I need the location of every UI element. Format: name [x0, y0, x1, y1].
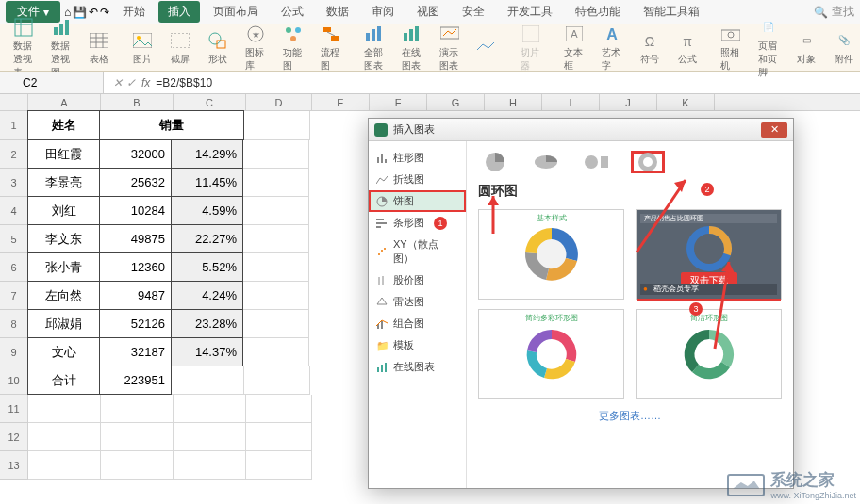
name-box[interactable]: C2: [0, 72, 104, 93]
table-cell[interactable]: 49875: [99, 224, 172, 253]
close-icon[interactable]: ✕: [761, 122, 787, 138]
search-box[interactable]: 🔍 查找: [814, 4, 854, 20]
table-total-label[interactable]: 合计: [27, 366, 100, 395]
table-cell[interactable]: 14.29%: [171, 139, 243, 169]
cancel-icon[interactable]: ✕: [113, 76, 123, 89]
tab-start[interactable]: 开始: [113, 1, 155, 23]
col-header[interactable]: D: [246, 94, 312, 110]
table-cell[interactable]: 邱淑娟: [27, 309, 100, 338]
table-cell[interactable]: 李文东: [27, 224, 100, 253]
cat-line[interactable]: 折线图: [369, 169, 466, 190]
ribbon-shapes[interactable]: 形状: [200, 28, 236, 68]
ribbon-camera[interactable]: 照相机: [713, 22, 749, 74]
ribbon-screenshot[interactable]: 截屏: [162, 28, 198, 68]
ribbon-object[interactable]: ▭对象: [788, 28, 824, 68]
col-header[interactable]: E: [312, 94, 370, 110]
tab-view[interactable]: 视图: [407, 1, 449, 23]
ribbon-textbox[interactable]: A文本框: [556, 22, 592, 74]
ribbon-picture[interactable]: 图片: [124, 28, 160, 68]
col-header[interactable]: F: [370, 94, 427, 110]
ribbon-header-footer[interactable]: 📄页眉和页脚: [751, 15, 786, 81]
tab-dev[interactable]: 开发工具: [498, 1, 562, 23]
ribbon-wordart[interactable]: A艺术字: [594, 22, 630, 74]
tab-security[interactable]: 安全: [453, 1, 494, 23]
subtype-doughnut[interactable]: [631, 151, 665, 173]
ribbon-online-charts[interactable]: 在线图表: [394, 22, 430, 74]
ribbon-smartart[interactable]: 功能图: [275, 22, 311, 74]
row-header[interactable]: 10: [0, 366, 28, 395]
row-header[interactable]: 2: [0, 140, 28, 169]
ribbon-pivot-table[interactable]: 数据透视表: [6, 15, 41, 81]
table-cell[interactable]: 刘红: [27, 196, 100, 225]
row-header[interactable]: 1: [0, 111, 28, 140]
row-header[interactable]: 12: [0, 423, 28, 451]
cat-combo[interactable]: 组合图: [369, 313, 466, 334]
subtype-pie[interactable]: [478, 151, 512, 173]
col-header[interactable]: G: [427, 94, 485, 110]
ribbon-table[interactable]: 表格: [81, 28, 117, 68]
cat-template[interactable]: 📁模板: [369, 334, 466, 356]
tab-smart[interactable]: 智能工具箱: [634, 1, 709, 23]
table-cell[interactable]: 文心: [27, 337, 100, 366]
tab-insert[interactable]: 插入: [158, 1, 200, 23]
table-cell[interactable]: 张小青: [27, 252, 100, 282]
table-cell[interactable]: 32187: [99, 337, 172, 366]
table-total-qty[interactable]: 223951: [99, 366, 172, 395]
table-cell[interactable]: 10284: [99, 196, 172, 225]
col-header[interactable]: K: [657, 94, 715, 110]
row-header[interactable]: 3: [0, 169, 28, 197]
undo-icon[interactable]: ↶: [89, 6, 98, 19]
table-cell[interactable]: 25632: [99, 168, 172, 197]
table-cell[interactable]: 23.28%: [171, 309, 243, 338]
tab-special[interactable]: 特色功能: [566, 1, 630, 23]
cat-online[interactable]: 在线图表: [369, 356, 466, 378]
empty-cell[interactable]: [172, 366, 244, 395]
dialog-titlebar[interactable]: 插入图表 ✕: [369, 119, 793, 141]
tab-formula[interactable]: 公式: [272, 1, 313, 23]
row-header[interactable]: 9: [0, 338, 28, 366]
col-header[interactable]: C: [174, 94, 246, 110]
accept-icon[interactable]: ✓: [126, 76, 136, 89]
formula-input[interactable]: =B2/$B$10: [156, 76, 212, 89]
table-cell[interactable]: 14.37%: [171, 337, 243, 366]
ribbon-flowchart[interactable]: 流程图: [313, 22, 349, 74]
tab-layout[interactable]: 页面布局: [204, 1, 268, 23]
cat-pie[interactable]: 饼图: [369, 190, 466, 212]
table-cell[interactable]: 田红霞: [27, 139, 100, 169]
row-header[interactable]: 4: [0, 197, 28, 225]
cat-scatter[interactable]: XY（散点图）: [369, 234, 466, 269]
table-cell[interactable]: 李景亮: [27, 168, 100, 197]
col-header[interactable]: H: [485, 94, 542, 110]
ribbon-presentation-charts[interactable]: 演示图表: [432, 22, 468, 74]
preview-multicolor-doughnut[interactable]: 简约多彩环形图: [478, 309, 624, 399]
ribbon-all-charts[interactable]: 全部图表: [356, 22, 392, 74]
cat-radar[interactable]: 雷达图: [369, 291, 466, 313]
preview-simple-doughnut[interactable]: 简洁环形图 3: [636, 309, 782, 399]
col-header[interactable]: I: [542, 94, 600, 110]
subtype-3d-pie[interactable]: [529, 151, 563, 173]
cat-bar[interactable]: 条形图1: [369, 212, 466, 234]
table-cell[interactable]: 52126: [99, 309, 172, 338]
row-header[interactable]: 5: [0, 225, 28, 253]
ribbon-attachment[interactable]: 📎附件: [826, 28, 860, 68]
table-cell[interactable]: 4.24%: [171, 281, 243, 310]
col-header[interactable]: B: [101, 94, 174, 110]
table-cell[interactable]: 5.52%: [171, 252, 243, 282]
ribbon-pivot-chart[interactable]: 数据透视图: [43, 15, 79, 81]
col-header[interactable]: J: [600, 94, 657, 110]
table-header-name[interactable]: 姓名: [27, 110, 100, 140]
subtype-bar-of-pie[interactable]: [580, 151, 614, 173]
table-cell[interactable]: 12360: [99, 252, 172, 282]
table-cell[interactable]: 9487: [99, 281, 172, 310]
fx-icon[interactable]: fx: [141, 76, 150, 89]
table-cell[interactable]: 11.45%: [171, 168, 243, 197]
preview-template-card[interactable]: 产品销售占比圆环图 双击下载 稻壳会员专享: [636, 209, 782, 300]
select-all-corner[interactable]: [0, 94, 28, 110]
table-cell[interactable]: 左向然: [27, 281, 100, 310]
more-charts-link[interactable]: 更多图表……: [478, 409, 782, 423]
preview-basic-doughnut[interactable]: 基本样式: [478, 209, 624, 300]
table-cell[interactable]: 32000: [99, 139, 172, 169]
tab-data[interactable]: 数据: [317, 1, 358, 23]
row-header[interactable]: 13: [0, 451, 28, 480]
table-cell[interactable]: 22.27%: [171, 224, 243, 253]
